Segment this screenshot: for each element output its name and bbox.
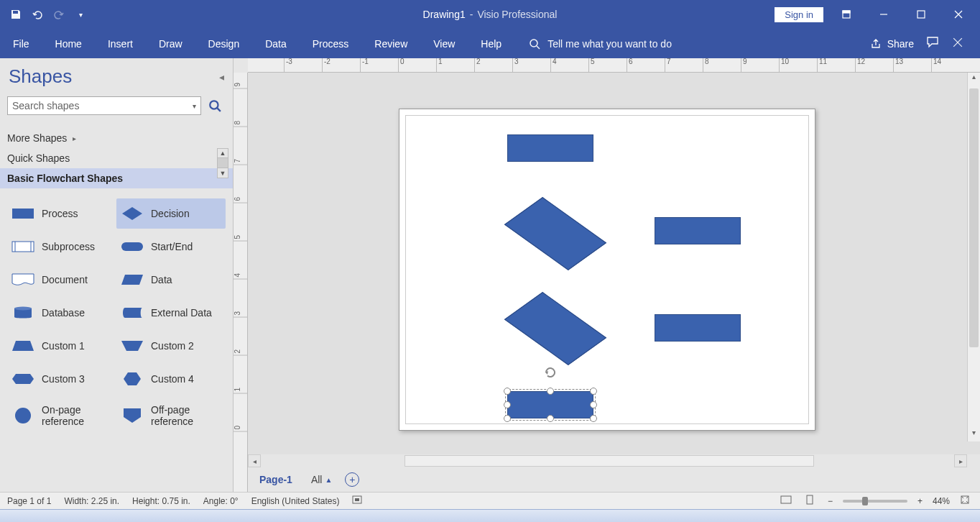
tab-draw[interactable]: Draw bbox=[146, 29, 195, 58]
add-page-button[interactable]: + bbox=[345, 472, 359, 487]
search-input[interactable]: Search shapes ▾ bbox=[7, 96, 201, 115]
qat-customize-icon[interactable]: ▾ bbox=[73, 7, 88, 22]
canvas-shape-process-1[interactable] bbox=[507, 134, 593, 162]
close-icon[interactable] bbox=[944, 0, 973, 29]
stencil-scroll-up-icon[interactable]: ▲ bbox=[217, 148, 228, 158]
tab-process[interactable]: Process bbox=[300, 29, 362, 58]
handle-w[interactable] bbox=[504, 401, 511, 408]
shape-process[interactable]: Process bbox=[7, 198, 116, 229]
vscroll-down-icon[interactable]: ▾ bbox=[968, 429, 980, 441]
canvas-shape-process-3[interactable] bbox=[655, 314, 741, 342]
ruler-horizontal[interactable]: -3-2-101234567891011121314 bbox=[248, 58, 980, 73]
zoom-level[interactable]: 44% bbox=[933, 496, 950, 506]
ruler-vertical[interactable]: 9876543210 bbox=[234, 73, 248, 492]
handle-sw[interactable] bbox=[504, 415, 511, 422]
shape-subprocess[interactable]: Subprocess bbox=[7, 232, 116, 262]
share-button[interactable]: Share bbox=[870, 38, 914, 50]
pill-icon bbox=[121, 239, 144, 255]
comments-icon[interactable] bbox=[927, 37, 940, 50]
shape-custom-3[interactable]: Custom 3 bbox=[7, 364, 116, 394]
tab-design[interactable]: Design bbox=[195, 29, 253, 58]
page-tab-1[interactable]: Page-1 bbox=[254, 471, 298, 488]
drawing-page[interactable] bbox=[399, 109, 815, 431]
custom1-icon bbox=[11, 338, 34, 354]
ruler-tick: 9 bbox=[234, 83, 247, 89]
shape-custom-4[interactable]: Custom 4 bbox=[116, 364, 226, 394]
shape-custom-1[interactable]: Custom 1 bbox=[7, 331, 116, 361]
tell-me[interactable]: Tell me what you want to do bbox=[514, 29, 672, 58]
hscroll-right-icon[interactable]: ▸ bbox=[954, 454, 967, 467]
stencil-scroll-down-icon[interactable]: ▼ bbox=[217, 168, 228, 178]
custom4-icon bbox=[121, 371, 144, 387]
presentation-mode-icon[interactable] bbox=[777, 495, 795, 506]
svg-point-10 bbox=[210, 101, 218, 109]
tab-insert[interactable]: Insert bbox=[95, 29, 146, 58]
shape-list: Process Decision Subprocess Start/End Do… bbox=[0, 188, 233, 434]
stencil-quick-shapes[interactable]: Quick Shapes bbox=[0, 148, 233, 168]
tab-data[interactable]: Data bbox=[252, 29, 300, 58]
tab-help[interactable]: Help bbox=[468, 29, 514, 58]
shape-external-data[interactable]: External Data bbox=[116, 298, 226, 328]
shape-database[interactable]: Database bbox=[7, 298, 116, 328]
ruler-tick: -2 bbox=[322, 58, 330, 72]
collapse-ribbon-icon[interactable] bbox=[953, 37, 963, 50]
macro-record-icon[interactable] bbox=[352, 495, 362, 507]
vscroll-up-icon[interactable]: ▴ bbox=[968, 73, 980, 86]
shape-on-page-ref[interactable]: On-page reference bbox=[7, 397, 116, 434]
ribbon-display-icon[interactable] bbox=[832, 0, 861, 29]
tab-review[interactable]: Review bbox=[361, 29, 420, 58]
page-width-icon[interactable] bbox=[802, 495, 818, 507]
title-controls: Sign in bbox=[775, 0, 980, 29]
handle-e[interactable] bbox=[590, 401, 597, 408]
fit-page-icon[interactable] bbox=[957, 495, 973, 507]
status-language[interactable]: English (United States) bbox=[251, 496, 340, 506]
os-taskbar[interactable] bbox=[0, 509, 980, 522]
stencil-scroll-thumb[interactable] bbox=[217, 158, 228, 168]
hscroll-left-icon[interactable]: ◂ bbox=[248, 454, 261, 467]
tab-home[interactable]: Home bbox=[42, 29, 95, 58]
zoom-knob[interactable] bbox=[862, 497, 868, 505]
undo-icon[interactable] bbox=[30, 7, 45, 22]
redo-icon[interactable] bbox=[52, 7, 66, 22]
search-icon[interactable] bbox=[205, 96, 224, 115]
canvas-shape-selected[interactable] bbox=[507, 391, 593, 418]
ruler-tick: 4 bbox=[550, 58, 557, 72]
all-pages-button[interactable]: All ▲ bbox=[311, 474, 332, 485]
zoom-out-icon[interactable]: − bbox=[825, 496, 836, 506]
tab-view[interactable]: View bbox=[420, 29, 468, 58]
handle-n[interactable] bbox=[547, 388, 554, 395]
maximize-icon[interactable] bbox=[907, 0, 935, 29]
stencil-basic-flowchart[interactable]: Basic Flowchart Shapes bbox=[0, 168, 233, 188]
shape-off-page-ref[interactable]: Off-page reference bbox=[116, 397, 226, 434]
ruler-tick: 6 bbox=[234, 197, 247, 203]
shape-data[interactable]: Data bbox=[116, 265, 226, 295]
ruler-tick: 6 bbox=[627, 58, 633, 72]
minimize-icon[interactable] bbox=[869, 0, 898, 29]
chevron-right-icon: ▸ bbox=[73, 134, 76, 142]
shape-document[interactable]: Document bbox=[7, 265, 116, 295]
canvas[interactable] bbox=[248, 73, 980, 454]
shape-label: Custom 3 bbox=[42, 373, 85, 385]
zoom-slider[interactable] bbox=[843, 500, 907, 503]
vscroll[interactable]: ▴ ▾ bbox=[967, 73, 980, 441]
shape-label: Start/End bbox=[151, 241, 193, 252]
shape-custom-2[interactable]: Custom 2 bbox=[116, 331, 226, 361]
shape-decision[interactable]: Decision bbox=[116, 198, 226, 229]
shape-start-end[interactable]: Start/End bbox=[116, 232, 226, 262]
canvas-shape-process-2[interactable] bbox=[655, 217, 741, 244]
handle-nw[interactable] bbox=[504, 388, 511, 395]
status-page[interactable]: Page 1 of 1 bbox=[7, 496, 51, 506]
more-shapes[interactable]: More Shapes ▸ bbox=[0, 128, 233, 148]
collapse-pane-icon[interactable]: ◂ bbox=[219, 71, 224, 83]
signin-button[interactable]: Sign in bbox=[775, 7, 823, 22]
tab-file[interactable]: File bbox=[0, 29, 42, 58]
handle-ne[interactable] bbox=[590, 388, 597, 395]
search-dropdown-icon[interactable]: ▾ bbox=[193, 102, 196, 110]
hscroll-track[interactable] bbox=[405, 455, 814, 467]
zoom-in-icon[interactable]: + bbox=[915, 496, 925, 506]
rotation-handle-icon[interactable] bbox=[543, 365, 558, 383]
handle-se[interactable] bbox=[590, 415, 597, 422]
vscroll-thumb[interactable] bbox=[969, 88, 979, 347]
handle-s[interactable] bbox=[547, 415, 554, 422]
save-icon[interactable] bbox=[9, 7, 23, 22]
